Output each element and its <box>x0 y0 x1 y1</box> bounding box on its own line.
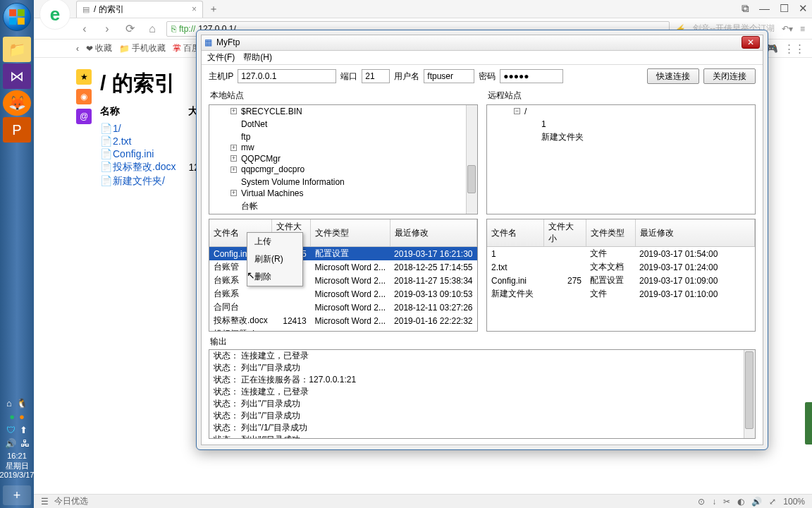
taskbar-clock[interactable]: 16:21 星期日 2019/3/17 <box>0 452 34 480</box>
tree-item[interactable]: 台帐 <box>209 198 477 211</box>
forward-button[interactable]: › <box>99 23 116 35</box>
ctx-upload[interactable]: 上传 <box>247 233 302 250</box>
tree-item[interactable]: +mw <box>209 142 477 153</box>
tree-item[interactable]: +QQPCMgr <box>209 152 477 164</box>
tree-item[interactable]: ftp <box>209 129 477 142</box>
ctx-refresh[interactable]: 刷新(R) <box>247 250 302 268</box>
menu-help[interactable]: 帮助(H) <box>243 52 272 64</box>
table-row[interactable]: 1文件2019-03-17 01:54:00 <box>487 247 755 261</box>
col-filename[interactable]: 文件名 <box>487 219 543 247</box>
taskbar-vs-icon[interactable]: ⋈ <box>3 64 31 89</box>
index-row[interactable]: 📄Config.ini <box>100 147 188 160</box>
col-filetype[interactable]: 文件类型 <box>311 219 390 247</box>
index-row[interactable]: 📄1/ <box>100 122 188 135</box>
tree-item[interactable]: +$RECYCLE.BIN <box>209 105 477 116</box>
taskbar-explorer-icon[interactable]: 📁 <box>3 37 31 62</box>
table-row[interactable]: 2.txt文本文档2019-03-17 01:24:00 <box>487 260 755 274</box>
output-log[interactable]: 状态： 连接建立，已登录状态： 列出"/"目录成功状态： 正在连接服务器：127… <box>209 349 756 439</box>
fav-icon[interactable]: @ <box>76 109 92 124</box>
home-button[interactable]: ⌂ <box>144 23 161 35</box>
back-button[interactable]: ‹ <box>76 23 93 35</box>
index-row[interactable]: 📄投标整改.docx <box>100 160 188 174</box>
status-icon[interactable]: ⤢ <box>769 497 776 507</box>
app-close-icon[interactable]: ✕ <box>742 36 760 49</box>
col-modified[interactable]: 最近修改 <box>635 219 755 247</box>
start-button[interactable] <box>3 3 31 31</box>
undo-icon[interactable]: ↶▾ <box>782 24 793 34</box>
window-maximize-icon[interactable]: ☐ <box>780 2 789 15</box>
bookbar-back-icon[interactable]: ‹ <box>76 44 79 54</box>
tray-icon[interactable]: ⌂ <box>6 398 12 409</box>
table-row[interactable]: 新建文件夹文件2019-03-17 01:10:00 <box>487 287 755 301</box>
remote-tree[interactable]: −/ 1新建文件夹 <box>486 104 756 214</box>
status-text[interactable]: 今日优选 <box>54 495 88 507</box>
tree-item[interactable]: 洗 <box>209 211 477 215</box>
browser-logo-icon[interactable]: e <box>39 0 70 30</box>
status-icon[interactable]: ⊙ <box>698 497 705 507</box>
status-icon[interactable]: ◐ <box>737 497 744 507</box>
network-icon[interactable]: 🖧 <box>20 438 30 449</box>
scrollbar[interactable] <box>466 105 477 214</box>
menu-icon[interactable]: ≡ <box>800 24 805 34</box>
apps-icon[interactable]: ⋮⋮ <box>784 42 805 55</box>
window-close-icon[interactable]: ✕ <box>799 2 808 15</box>
window-minimize-icon[interactable]: — <box>759 2 770 15</box>
tree-item[interactable]: DotNet <box>209 116 477 129</box>
index-row[interactable]: 📄新建文件夹/ <box>100 174 188 188</box>
fav-star-icon[interactable]: ★ <box>76 69 92 85</box>
context-menu: 上传 刷新(R) 删除 <box>247 232 303 286</box>
tree-item[interactable]: System Volume Information <box>209 174 477 187</box>
col-filetype[interactable]: 文件类型 <box>586 219 635 247</box>
browser-tab[interactable]: ▤ / 的索引 × <box>76 1 203 18</box>
tray-icon[interactable]: ● <box>19 411 25 422</box>
user-input[interactable] <box>424 69 474 83</box>
taskbar-office-icon[interactable]: P <box>3 117 31 143</box>
disconnect-button[interactable]: 关闭连接 <box>703 68 756 84</box>
tree-item[interactable]: +Virtual Machines <box>209 187 477 198</box>
log-line: 状态： 连接建立，已登录 <box>209 350 755 362</box>
index-row[interactable]: 📄2.txt <box>100 135 188 147</box>
tree-item[interactable]: 新建文件夹 <box>524 129 755 142</box>
new-tab-button[interactable]: ＋ <box>209 3 219 16</box>
remote-root[interactable]: / <box>524 107 527 116</box>
volume-icon[interactable]: 🔊 <box>5 438 16 449</box>
tree-item[interactable]: 1 <box>524 116 755 129</box>
table-row[interactable]: 台账系Microsoft Word 2...2019-03-13 09:10:5… <box>209 287 477 301</box>
pass-input[interactable] <box>500 69 563 83</box>
scrollbar[interactable] <box>744 350 755 438</box>
table-row[interactable]: 投标整改.docx12413Microsoft Word 2...2019-01… <box>209 314 477 327</box>
tray-icon[interactable]: 🐧 <box>16 398 27 409</box>
remote-file-grid[interactable]: 文件名 文件大小 文件类型 最近修改 1文件2019-03-17 01:54:0… <box>486 219 756 332</box>
reload-button[interactable]: ⟳ <box>121 22 138 35</box>
status-icon[interactable]: ↓ <box>712 497 716 507</box>
taskbar-add[interactable]: + <box>3 485 31 505</box>
tray-icon[interactable]: 🛡 <box>6 425 16 435</box>
tab-close-icon[interactable]: × <box>192 4 197 14</box>
port-input[interactable] <box>362 69 390 83</box>
bookmark-item[interactable]: 📁 手机收藏 <box>119 42 166 54</box>
window-opt-icon[interactable]: ⧉ <box>742 2 749 15</box>
side-widget[interactable] <box>805 402 812 445</box>
bookmark-item[interactable]: ❤ 收藏 <box>86 42 112 54</box>
taskbar-firefox-icon[interactable]: 🦊 <box>3 90 31 116</box>
fav-icon[interactable]: ◉ <box>76 89 92 104</box>
svg-rect-2 <box>9 18 16 25</box>
table-row[interactable]: 合同台Microsoft Word 2...2018-12-11 03:27:2… <box>209 301 477 314</box>
menu-file[interactable]: 文件(F) <box>207 52 235 64</box>
app-titlebar[interactable]: ▦ MyFtp ✕ <box>202 35 763 51</box>
connect-button[interactable]: 快速连接 <box>647 68 699 84</box>
status-icon[interactable]: 🔊 <box>751 497 762 507</box>
status-icon[interactable]: ☰ <box>41 497 49 507</box>
local-tree[interactable]: +$RECYCLE.BINDotNetftp+mw+QQPCMgr+qqpcmg… <box>209 104 478 214</box>
col-filesize[interactable]: 文件大小 <box>543 219 586 247</box>
ctx-delete[interactable]: 删除 <box>247 268 302 286</box>
col-modified[interactable]: 最近修改 <box>390 219 476 247</box>
tray-icon[interactable]: ● <box>9 411 15 422</box>
zoom-label[interactable]: 100% <box>783 497 805 507</box>
status-icon[interactable]: ✂ <box>723 497 730 507</box>
tray-icon[interactable]: ⬆ <box>20 425 27 435</box>
tree-item[interactable]: +qqpcmgr_docpro <box>209 164 477 175</box>
table-row[interactable]: 投标问题.docx13102Microsoft Word 2...2018-12… <box>209 327 477 332</box>
table-row[interactable]: Config.ini275配置设置2019-03-17 01:09:00 <box>487 274 755 287</box>
host-input[interactable] <box>238 69 336 83</box>
